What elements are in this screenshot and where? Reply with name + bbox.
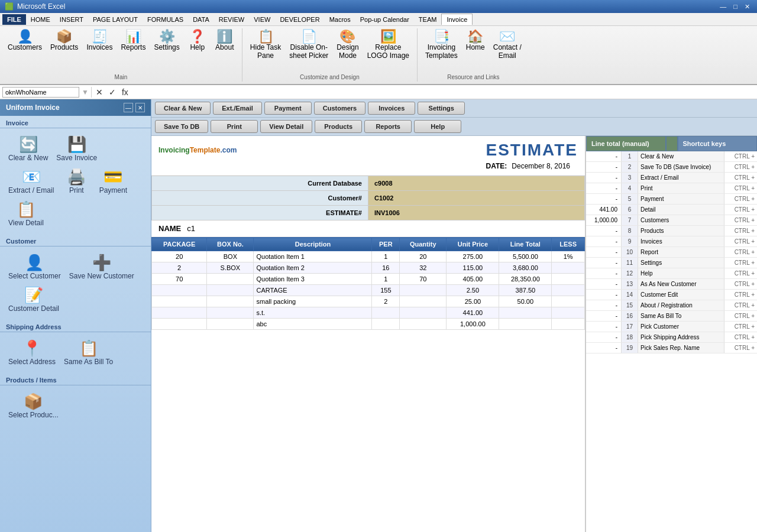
formula-input[interactable] [132, 89, 755, 96]
sidebar-extract-email[interactable]: 📧 Extract / Email [5, 166, 57, 197]
action-ext-email[interactable]: Ext./Email [213, 102, 262, 115]
menu-team[interactable]: TEAM [414, 14, 442, 25]
table-cell-5-2: s.t. [254, 307, 372, 319]
sidebar-select-address[interactable]: 📍 Select Address [5, 337, 59, 368]
action-customers[interactable]: Customers [314, 102, 365, 115]
menu-page-layout[interactable]: PAGE LAYOUT [88, 14, 143, 25]
shortcut-manual-val-0: - [586, 151, 622, 161]
action-help[interactable]: Help [414, 120, 461, 133]
table-cell-4-4 [400, 296, 447, 307]
ribbon-btn-help[interactable]: ❓ Help [185, 28, 210, 53]
cancel-formula-btn[interactable]: ✕ [94, 87, 105, 97]
ribbon-btn-invoicing-templates[interactable]: 📑 InvoicingTemplates [422, 28, 461, 62]
table-row: CARTAGE1552.50387.50 [152, 285, 585, 296]
action-settings[interactable]: Settings [418, 102, 465, 115]
ribbon-btn-customers[interactable]: 👤 Customers [5, 28, 45, 53]
sidebar-view-detail[interactable]: 📋 View Detail [5, 198, 47, 229]
menu-data[interactable]: DATA [188, 14, 214, 25]
sidebar-close-btn[interactable]: ✕ [135, 103, 145, 112]
menu-invoice[interactable]: Invoice [441, 14, 473, 25]
sidebar-select-product[interactable]: 📦 Select Produc... [5, 390, 62, 421]
sidebar-clear-new[interactable]: 🔄 Clear & New [5, 133, 51, 164]
ribbon-btn-products[interactable]: 📦 Products [47, 28, 81, 53]
name-field-value: c1 [187, 224, 195, 233]
action-clear-new[interactable]: Clear & New [155, 102, 211, 115]
sidebar-invoice-icons: 🔄 Clear & New 💾 Save Invoice 📧 Extract /… [0, 128, 151, 234]
sidebar-payment[interactable]: 💳 Payment [95, 166, 131, 197]
table-cell-4-6: 50.00 [499, 296, 552, 307]
action-invoices[interactable]: Invoices [368, 102, 415, 115]
shortcut-name-17: Pick Shipping Address [638, 332, 724, 342]
menu-macros[interactable]: Macros [325, 14, 355, 25]
minimize-btn[interactable]: — [717, 3, 729, 11]
view-detail-icon: 📋 [17, 200, 35, 219]
confirm-formula-btn[interactable]: ✓ [107, 87, 118, 97]
col-box: BOX No. [207, 238, 254, 251]
sidebar-same-as-bill[interactable]: 📋 Same As Bill To [60, 337, 117, 368]
ribbon-btn-reports[interactable]: 📊 Reports [118, 28, 148, 53]
customers-icon: 👤 [17, 30, 33, 43]
ribbon-btn-contact-email[interactable]: ✉️ Contact /Email [490, 28, 525, 62]
action-row-2: Save To DB Print View Detail Products Re… [151, 118, 757, 136]
ribbon-btn-about[interactable]: ℹ️ About [212, 28, 237, 53]
sidebar-shipping-icons: 📍 Select Address 📋 Same As Bill To [0, 332, 151, 373]
sidebar-save-invoice[interactable]: 💾 Save Invoice [53, 133, 101, 164]
table-cell-1-2: Quotation Item 2 [254, 262, 372, 274]
sidebar-minimize-btn[interactable]: — [124, 103, 133, 112]
action-products[interactable]: Products [315, 120, 362, 133]
shortcut-key-17: CTRL + [724, 332, 757, 342]
sidebar-select-customer[interactable]: 👤 Select Customer [5, 251, 64, 283]
ribbon-btn-hide-task-pane[interactable]: 📋 Hide TaskPane [247, 28, 284, 62]
shortcut-manual-val-10: - [586, 258, 622, 268]
shortcut-name-9: Report [638, 247, 724, 257]
ribbon-btn-replace-logo[interactable]: 🖼️ ReplaceLOGO Image [364, 28, 412, 62]
name-box-dropdown[interactable]: ▼ [82, 88, 89, 96]
shortcut-num-15: 16 [622, 311, 638, 321]
close-btn[interactable]: ✕ [742, 3, 752, 11]
maximize-btn[interactable]: □ [731, 3, 740, 11]
menu-developer[interactable]: DEVELOPER [275, 14, 324, 25]
shortcut-row-4: - 4 Print CTRL + [586, 183, 757, 194]
shortcut-manual-val-16: - [586, 322, 622, 332]
menu-view[interactable]: VIEW [249, 14, 275, 25]
menu-popup-calendar[interactable]: Pop-up Calendar [355, 14, 414, 25]
main-layout: Uniform Invoice — ✕ Invoice 🔄 Clear & Ne… [0, 99, 757, 532]
action-print[interactable]: Print [211, 120, 258, 133]
sidebar-customer-detail[interactable]: 📝 Customer Detail [5, 284, 63, 315]
sidebar-save-new-customer[interactable]: ➕ Save New Customer [66, 251, 138, 283]
insert-function-btn[interactable]: fx [120, 87, 130, 97]
ribbon-btn-settings[interactable]: ⚙️ Settings [151, 28, 182, 53]
menu-insert[interactable]: INSERT [55, 14, 88, 25]
action-payment[interactable]: Payment [264, 102, 312, 115]
menu-formulas[interactable]: FORMULAS [143, 14, 188, 25]
action-reports[interactable]: Reports [364, 120, 412, 133]
shortcut-num-5: 6 [622, 205, 638, 215]
action-save-to-db[interactable]: Save To DB [155, 120, 208, 133]
ribbon-btn-invoices[interactable]: 🧾 Invoices [83, 28, 115, 53]
shortcut-name-12: As As New Customer [638, 279, 724, 289]
menu-home[interactable]: HOME [26, 14, 55, 25]
ribbon-btn-onsheet-picker[interactable]: 📄 Disable On-sheet Picker [286, 28, 331, 62]
menu-file[interactable]: FILE [2, 14, 26, 25]
shortcut-num-17: 18 [622, 332, 638, 342]
shortcut-row-9: - 9 Invoices CTRL + [586, 236, 757, 247]
home-label: Home [466, 43, 485, 51]
logo-template: Template [190, 146, 221, 154]
shortcut-num-0: 1 [622, 151, 638, 161]
ribbon-group-resource-label: Resource and Links [447, 74, 499, 82]
col-unit-price: Unit Price [447, 238, 499, 251]
ribbon-btn-design-mode[interactable]: 🎨 DesignMode [334, 28, 361, 62]
shortcut-key-12: CTRL + [724, 279, 757, 289]
table-cell-4-7 [552, 296, 585, 307]
shortcut-name-1: Save To DB (Save Invoice) [638, 162, 724, 172]
table-cell-4-0 [152, 296, 207, 307]
name-box[interactable] [2, 87, 79, 98]
menu-review[interactable]: REVIEW [214, 14, 249, 25]
shortcut-num-12: 13 [622, 279, 638, 289]
table-cell-3-1 [207, 285, 254, 296]
table-cell-3-3: 155 [372, 285, 400, 296]
sidebar-section-products: Products / Items [0, 373, 151, 385]
ribbon-btn-home[interactable]: 🏠 Home [463, 28, 488, 53]
sidebar-print[interactable]: 🖨️ Print [59, 166, 94, 197]
action-view-detail[interactable]: View Detail [260, 120, 312, 133]
